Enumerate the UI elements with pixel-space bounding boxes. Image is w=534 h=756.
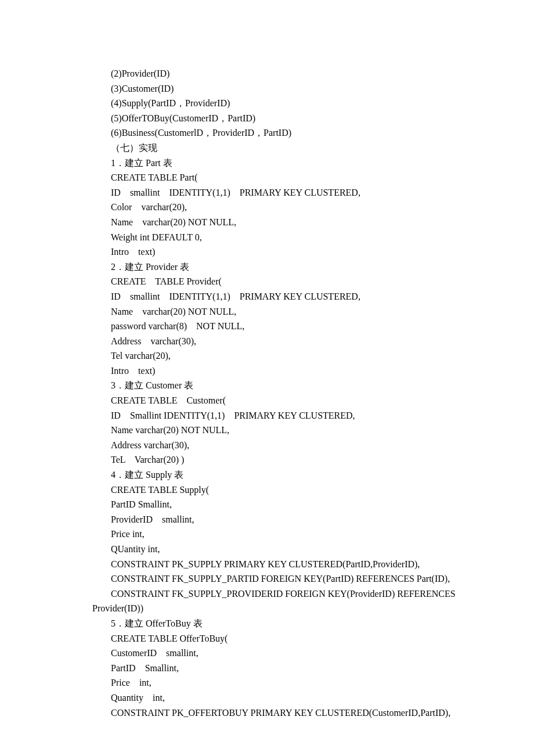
text-line: Price int, — [58, 527, 476, 542]
text-line: ID smallint IDENTITY(1,1) PRIMARY KEY CL… — [58, 289, 476, 304]
text-line: QUantity int, — [58, 542, 476, 557]
text-line: Quantity int, — [58, 690, 476, 705]
text-line: Weight int DEFAULT 0, — [58, 230, 476, 245]
text-line: CONSTRAINT PK_OFFERTOBUY PRIMARY KEY CLU… — [58, 705, 476, 721]
text-line: CREATE TABLE Supply( — [58, 483, 476, 498]
text-line: CONSTRAINT FK_SUPPLY_PROVIDERID FOREIGN … — [58, 586, 476, 602]
text-line: 1．建立 Part 表 — [58, 156, 476, 171]
text-line: TeL Varchar(20) ) — [58, 452, 476, 467]
text-line: Name varchar(20) NOT NULL, — [58, 304, 476, 319]
text-line: (3)Customer(ID) — [58, 81, 476, 96]
text-line: Provider(ID)) — [58, 601, 476, 616]
document-page: (2)Provider(ID)(3)Customer(ID)(4)Supply(… — [0, 0, 534, 720]
text-line: PartID Smallint, — [58, 661, 476, 676]
text-line: CustomerID smallint, — [58, 646, 476, 661]
text-line: 3．建立 Customer 表 — [58, 378, 476, 393]
text-line: Address varchar(30), — [58, 438, 476, 453]
text-line: 5．建立 OfferToBuy 表 — [58, 616, 476, 631]
text-line: （七）实现 — [58, 141, 476, 156]
text-line: Intro text) — [58, 363, 476, 379]
text-line: 4．建立 Supply 表 — [58, 467, 476, 483]
text-line: ID smallint IDENTITY(1,1) PRIMARY KEY CL… — [58, 185, 476, 200]
text-line: Color varchar(20), — [58, 200, 476, 215]
text-line: password varchar(8) NOT NULL, — [58, 319, 476, 334]
text-line: Price int, — [58, 675, 476, 690]
text-line: (2)Provider(ID) — [58, 66, 476, 81]
text-line: Name varchar(20) NOT NULL, — [58, 215, 476, 230]
text-line: CONSTRAINT PK_SUPPLY PRIMARY KEY CLUSTER… — [58, 557, 476, 572]
text-line: CONSTRAINT FK_SUPPLY_PARTID FOREIGN KEY(… — [58, 571, 476, 586]
text-line: ID Smallint IDENTITY(1,1) PRIMARY KEY CL… — [58, 408, 476, 423]
text-line: Tel varchar(20), — [58, 348, 476, 363]
text-line: CREATE TABLE OfferToBuy( — [58, 631, 476, 646]
text-line: 2．建立 Provider 表 — [58, 260, 476, 275]
text-line: (6)Business(CustomerlD，ProviderID，PartID… — [58, 125, 476, 141]
text-line: (5)OfferTOBuy(CustomerID，PartID) — [58, 111, 476, 126]
text-line: Name varchar(20) NOT NULL, — [58, 423, 476, 438]
text-line: Intro text) — [58, 244, 476, 260]
text-line: ProviderID smallint, — [58, 512, 476, 527]
text-line: CREATE TABLE Provider( — [58, 274, 476, 289]
text-line: PartID Smallint, — [58, 497, 476, 512]
text-line: CREATE TABLE Part( — [58, 170, 476, 185]
text-line: (4)Supply(PartID，ProviderID) — [58, 96, 476, 111]
text-line: Address varchar(30), — [58, 334, 476, 349]
text-line: CREATE TABLE Customer( — [58, 393, 476, 408]
